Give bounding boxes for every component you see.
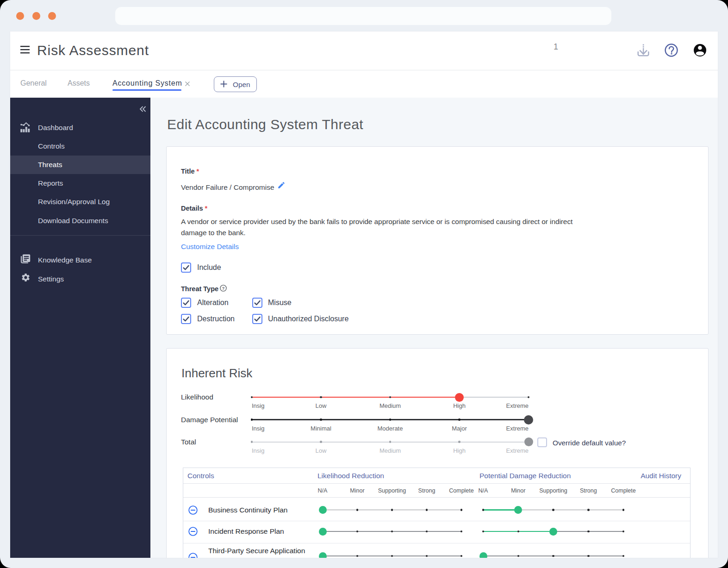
svg-text:?: ? [222,286,225,291]
